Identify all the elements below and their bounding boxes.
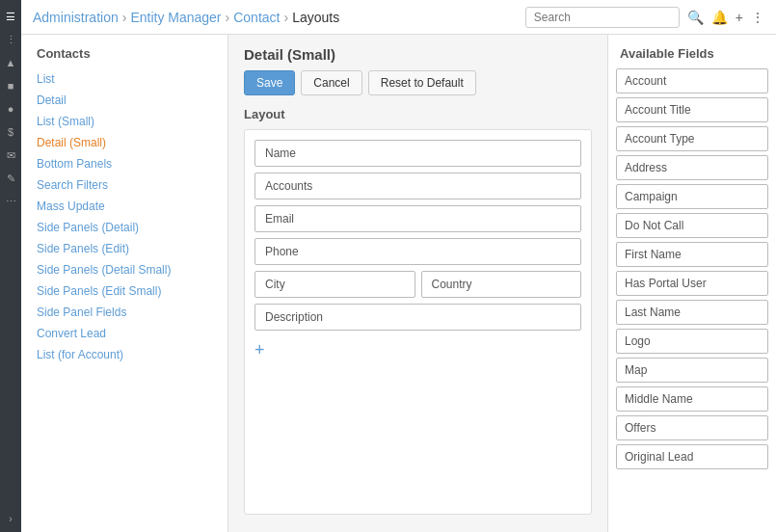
- main-panel: Detail (Small) Save Cancel Reset to Defa…: [228, 35, 607, 532]
- sidebar-item-bottom-panels[interactable]: Bottom Panels: [21, 153, 227, 174]
- search-icon[interactable]: 🔍: [687, 10, 704, 25]
- sidebar-item-side-panels-detail[interactable]: Side Panels (Detail): [21, 217, 227, 238]
- triangle-icon[interactable]: ▲: [2, 54, 19, 71]
- breadcrumb: Administration › Entity Manager › Contac…: [33, 10, 339, 25]
- list-item[interactable]: Country: [421, 271, 582, 298]
- accounts-icon[interactable]: ■: [2, 77, 19, 94]
- search-input[interactable]: [525, 7, 680, 28]
- circle-icon[interactable]: ●: [2, 100, 19, 118]
- sidebar-item-search-filters[interactable]: Search Filters: [21, 174, 227, 196]
- sidebar: Contacts List Detail List (Small) Detail…: [21, 35, 228, 532]
- available-field-last-name[interactable]: Last Name: [616, 300, 768, 325]
- sidebar-item-detail-small[interactable]: Detail (Small): [21, 132, 227, 153]
- sidebar-item-list-small[interactable]: List (Small): [21, 111, 227, 132]
- sep-1: ›: [122, 10, 127, 25]
- list-item[interactable]: Name: [254, 140, 581, 167]
- list-item[interactable]: Accounts: [254, 173, 581, 200]
- cancel-button[interactable]: Cancel: [301, 70, 361, 95]
- available-field-middle-name[interactable]: Middle Name: [616, 386, 768, 412]
- sidebar-item-convert-lead[interactable]: Convert Lead: [21, 323, 227, 344]
- more-icon[interactable]: ⋯: [2, 193, 19, 210]
- table-row: Name: [254, 140, 581, 167]
- breadcrumb-contact[interactable]: Contact: [233, 10, 280, 25]
- available-field-do-not-call[interactable]: Do Not Call: [616, 213, 768, 238]
- available-field-original-lead[interactable]: Original Lead: [616, 444, 768, 469]
- available-field-logo[interactable]: Logo: [616, 329, 768, 354]
- dollar-icon[interactable]: $: [2, 123, 19, 141]
- table-row: City Country: [254, 271, 581, 298]
- list-item[interactable]: Description: [254, 304, 581, 331]
- layout-container: Name Accounts Email Phone City Country: [244, 129, 592, 515]
- available-field-has-portal-user[interactable]: Has Portal User: [616, 271, 768, 296]
- table-row: Phone: [254, 238, 581, 265]
- header-right: 🔍 🔔 + ⋮: [525, 7, 764, 28]
- available-field-account-title[interactable]: Account Title: [616, 97, 768, 122]
- available-field-campaign[interactable]: Campaign: [616, 184, 768, 209]
- main-wrap: Administration › Entity Manager › Contac…: [21, 0, 776, 532]
- reset-to-default-button[interactable]: Reset to Default: [368, 70, 476, 95]
- available-field-account[interactable]: Account: [616, 68, 768, 93]
- sidebar-title: Contacts: [21, 46, 227, 68]
- content-body: Contacts List Detail List (Small) Detail…: [21, 35, 776, 532]
- table-row: Accounts: [254, 173, 581, 200]
- available-field-account-type[interactable]: Account Type: [616, 126, 768, 151]
- sep-2: ›: [226, 10, 230, 25]
- icon-bar: ☰ ⋮ ▲ ■ ● $ ✉ ✎ ⋯ ›: [0, 0, 21, 532]
- available-field-first-name[interactable]: First Name: [616, 242, 768, 267]
- expand-icon[interactable]: ›: [9, 514, 12, 524]
- sidebar-item-mass-update[interactable]: Mass Update: [21, 196, 227, 217]
- sidebar-item-list-for-account[interactable]: List (for Account): [21, 344, 227, 365]
- hamburger-icon[interactable]: ☰: [2, 8, 19, 25]
- sidebar-item-side-panels-edit-small[interactable]: Side Panels (Edit Small): [21, 280, 227, 302]
- breadcrumb-current: Layouts: [292, 10, 339, 25]
- sep-3: ›: [283, 10, 288, 25]
- sidebar-item-side-panels-detail-small[interactable]: Side Panels (Detail Small): [21, 259, 227, 280]
- save-button[interactable]: Save: [244, 70, 295, 95]
- top-header: Administration › Entity Manager › Contac…: [21, 0, 776, 35]
- sidebar-item-detail[interactable]: Detail: [21, 90, 227, 111]
- sidebar-item-side-panels-edit[interactable]: Side Panels (Edit): [21, 238, 227, 259]
- layout-label: Layout: [244, 107, 592, 121]
- available-field-address[interactable]: Address: [616, 155, 768, 180]
- grid-icon[interactable]: ⋮: [2, 31, 19, 48]
- available-field-offers[interactable]: Offers: [616, 415, 768, 440]
- list-item[interactable]: Phone: [254, 238, 581, 265]
- chart-icon[interactable]: ✎: [2, 170, 19, 187]
- table-row: Email: [254, 205, 581, 232]
- add-row-button[interactable]: +: [254, 336, 581, 364]
- right-panel: Available Fields Account Account Title A…: [607, 35, 776, 532]
- table-row: Description: [254, 304, 581, 331]
- breadcrumb-administration[interactable]: Administration: [33, 10, 119, 25]
- mail-icon[interactable]: ✉: [2, 146, 19, 164]
- plus-icon[interactable]: +: [736, 10, 743, 25]
- panel-title: Detail (Small): [244, 46, 592, 63]
- list-item[interactable]: City: [254, 271, 415, 298]
- toolbar: Save Cancel Reset to Default: [244, 70, 592, 95]
- breadcrumb-entity-manager[interactable]: Entity Manager: [130, 10, 221, 25]
- available-field-map[interactable]: Map: [616, 358, 768, 383]
- list-item[interactable]: Email: [254, 205, 581, 232]
- sidebar-item-list[interactable]: List: [21, 68, 227, 90]
- ellipsis-icon[interactable]: ⋮: [751, 10, 764, 25]
- bell-icon[interactable]: 🔔: [711, 10, 728, 25]
- available-fields-title: Available Fields: [616, 46, 768, 61]
- sidebar-item-side-panel-fields[interactable]: Side Panel Fields: [21, 302, 227, 323]
